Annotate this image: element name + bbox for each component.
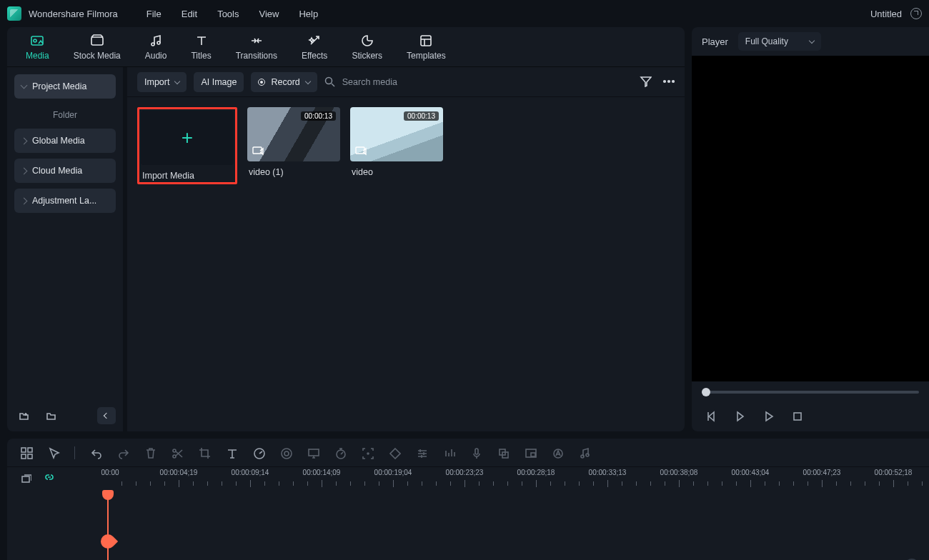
delete-button[interactable] [144, 446, 157, 459]
svg-point-1 [34, 39, 36, 42]
media-thumb: 00:00:13 [350, 107, 443, 161]
cursor-button[interactable] [47, 446, 60, 459]
playhead-marker[interactable] [98, 531, 118, 551]
stopwatch-icon [334, 446, 347, 459]
media-item[interactable]: 00:00:13 video [350, 107, 443, 177]
prev-frame-button[interactable] [705, 409, 717, 425]
auto-icon [551, 446, 564, 459]
media-item[interactable]: 00:00:13 video (1) [247, 107, 340, 177]
ai-image-button[interactable]: AI Image [194, 72, 244, 92]
scrub-track[interactable] [702, 391, 919, 394]
player-preview[interactable] [692, 56, 929, 381]
trash-icon [144, 446, 157, 459]
import-dropdown[interactable]: Import [137, 72, 187, 92]
collapse-sidebar-button[interactable] [97, 407, 116, 424]
timer-button[interactable] [334, 446, 347, 459]
sidebar-item-label: Global Media [32, 136, 85, 146]
tab-titles[interactable]: Titles [191, 34, 211, 61]
sidebar-item-adjustment-layers[interactable]: Adjustment La... [14, 189, 116, 213]
split-button[interactable] [171, 446, 184, 459]
menu-edit[interactable]: Edit [182, 9, 197, 19]
filter-button[interactable] [639, 74, 652, 90]
player-quality-dropdown[interactable]: Full Quality [738, 32, 821, 51]
stop-button[interactable] [790, 409, 803, 425]
import-media-card[interactable]: + Import Media [141, 111, 234, 181]
scrub-thumb[interactable] [702, 388, 710, 396]
layout-button[interactable] [20, 446, 33, 459]
pip-button[interactable] [524, 446, 537, 459]
tab-media[interactable]: Media [26, 34, 49, 61]
menu-view[interactable]: View [259, 9, 279, 19]
svg-point-18 [173, 455, 176, 458]
crop-button[interactable] [198, 446, 211, 459]
group-button[interactable] [497, 446, 510, 459]
timeline-tracks[interactable]: + [7, 491, 929, 560]
import-media-thumb: + [141, 111, 234, 165]
tab-audio-label: Audio [145, 51, 167, 61]
text-button[interactable] [225, 446, 238, 459]
keyframe-button[interactable] [388, 446, 401, 459]
audio-adj-button[interactable] [442, 446, 455, 459]
adjust-button[interactable] [415, 446, 428, 459]
tab-effects[interactable]: Effects [302, 34, 327, 61]
voice-button[interactable] [470, 446, 482, 459]
color-button[interactable] [279, 446, 292, 459]
svg-point-32 [586, 454, 589, 456]
sidebar-item-global-media[interactable]: Global Media [14, 129, 116, 153]
layers-icon [20, 472, 31, 484]
track-manager-button[interactable] [20, 472, 31, 486]
svg-point-7 [664, 80, 666, 82]
menu-file[interactable]: File [146, 9, 162, 19]
record-dropdown[interactable]: Record [251, 72, 317, 92]
tab-templates[interactable]: Templates [407, 34, 446, 61]
folder-button[interactable] [41, 407, 60, 424]
tab-stickers[interactable]: Stickers [352, 34, 382, 61]
screen-button[interactable] [307, 446, 319, 459]
svg-point-31 [581, 455, 584, 458]
redo-button[interactable] [116, 446, 129, 459]
tab-transitions[interactable]: Transitions [236, 34, 277, 61]
player-label: Player [702, 36, 728, 47]
history-icon[interactable] [910, 8, 922, 19]
focus-button[interactable] [361, 446, 374, 459]
player-controls [692, 403, 929, 431]
undo-button[interactable] [89, 446, 102, 459]
search-media [324, 76, 470, 88]
tab-audio[interactable]: Audio [145, 34, 167, 61]
auto-button[interactable] [551, 446, 564, 459]
sidebar-item-label: Cloud Media [32, 166, 82, 176]
pip-icon [524, 446, 537, 459]
import-media-highlight: + Import Media [137, 107, 237, 184]
add-to-timeline-icon[interactable] [354, 144, 367, 157]
speed-button[interactable] [252, 446, 265, 459]
play-button[interactable] [762, 409, 775, 425]
search-input[interactable] [341, 76, 470, 88]
link-button[interactable] [43, 472, 54, 486]
grid-icon [20, 446, 33, 459]
menu-help[interactable]: Help [299, 9, 318, 19]
new-folder-button[interactable] [14, 407, 33, 424]
transitions-icon [249, 34, 264, 48]
more-button[interactable] [662, 74, 675, 90]
divider [74, 446, 75, 459]
document-title: Untitled [870, 9, 902, 19]
media-item-label: video (1) [247, 167, 340, 177]
svg-point-21 [284, 451, 289, 456]
player-scrub[interactable] [692, 381, 929, 403]
stock-media-icon [90, 34, 104, 48]
sidebar-item-label: Adjustment La... [32, 196, 96, 206]
sidebar-item-cloud-media[interactable]: Cloud Media [14, 159, 116, 183]
tab-stock-media[interactable]: Stock Media [74, 34, 121, 61]
folder-plus-icon [19, 411, 29, 421]
app-logo-icon [7, 6, 21, 21]
diamond-icon [388, 446, 401, 459]
beat-button[interactable] [578, 446, 591, 459]
redo-icon [116, 446, 129, 459]
timeline-ruler[interactable]: 00:0000:00:04;1900:00:09;1400:00:14;0900… [107, 467, 929, 491]
sidebar-item-project-media[interactable]: Project Media [14, 74, 116, 99]
play-in-button[interactable] [733, 409, 746, 425]
add-to-timeline-icon[interactable] [252, 144, 264, 157]
chevron-left-icon [104, 413, 109, 419]
menu-tools[interactable]: Tools [217, 9, 239, 19]
svg-point-24 [367, 453, 369, 454]
